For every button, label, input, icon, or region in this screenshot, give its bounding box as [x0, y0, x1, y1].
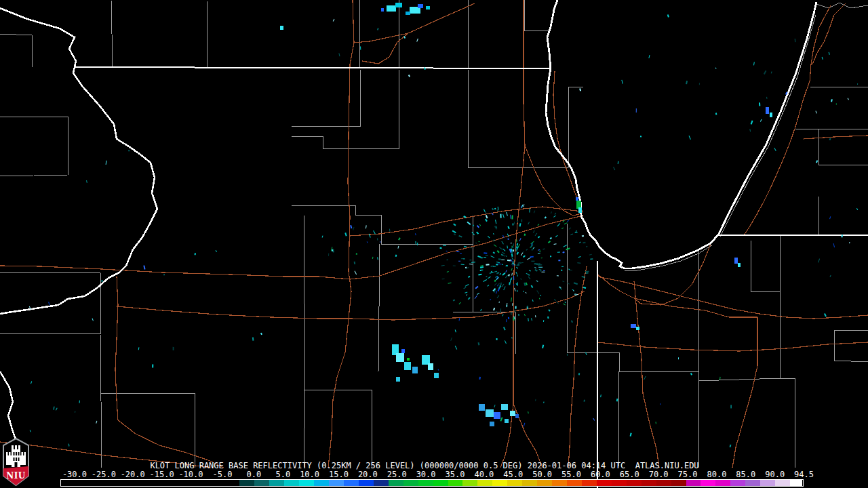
- colorbar-segment: [507, 480, 522, 486]
- radar-echo: [417, 243, 418, 245]
- radar-echo: [536, 290, 539, 294]
- colorbar-tick-label: 0.0: [235, 470, 261, 479]
- colorbar-tick-label: 40.0: [468, 470, 494, 479]
- map-line: [751, 241, 780, 291]
- radar-echo: [260, 333, 262, 336]
- radar-echo: [490, 422, 494, 426]
- map-line: [597, 342, 868, 351]
- radar-echo: [535, 399, 536, 401]
- radar-echo: [467, 222, 471, 225]
- radar-echo: [563, 303, 566, 305]
- radar-echo: [195, 253, 196, 255]
- radar-echo: [438, 369, 439, 371]
- map-line: [328, 0, 354, 468]
- radar-echo: [526, 292, 527, 293]
- radar-echo: [771, 71, 772, 73]
- radar-echo: [101, 280, 103, 282]
- radar-echo: [526, 249, 528, 251]
- map-line: [111, 0, 113, 67]
- radar-echo: [505, 270, 507, 272]
- radar-echo: [564, 302, 566, 303]
- colorbar-segment: [701, 480, 715, 486]
- radar-echo: [640, 136, 642, 137]
- radar-echo: [496, 338, 498, 340]
- colorbar-segment: [522, 480, 537, 486]
- colorbar-segment: [760, 480, 775, 486]
- radar-echo: [766, 97, 767, 99]
- map-line: [304, 216, 305, 468]
- radar-echo: [404, 362, 411, 370]
- radar-echo: [586, 246, 587, 247]
- radar-echo: [576, 230, 577, 232]
- radar-echo: [469, 260, 471, 260]
- radar-echo: [531, 285, 534, 287]
- colorbar-tick-label: 20.0: [352, 470, 378, 479]
- radar-echo: [678, 357, 679, 359]
- radar-echo: [395, 255, 397, 257]
- radar-echo: [506, 319, 507, 322]
- radar-echo: [469, 264, 473, 265]
- radar-echo: [484, 257, 486, 258]
- radar-echo: [513, 249, 515, 251]
- radar-echo: [753, 62, 755, 65]
- radar-echo: [567, 283, 570, 285]
- county-lines-layer: [0, 0, 868, 468]
- colorbar-segment: [477, 480, 492, 486]
- radar-echo: [408, 75, 410, 77]
- radar-echo: [531, 261, 534, 262]
- radar-echo: [459, 318, 460, 321]
- radar-echo: [372, 257, 374, 259]
- radar-echo: [516, 239, 517, 242]
- radar-echo: [481, 269, 483, 271]
- radar-echo: [497, 295, 500, 298]
- radar-echo: [824, 313, 827, 317]
- radar-echo: [833, 243, 835, 247]
- radar-echo: [557, 275, 559, 276]
- map-line: [513, 404, 542, 468]
- radar-echo: [631, 324, 636, 328]
- radar-echo: [636, 327, 639, 330]
- radar-echo: [567, 220, 569, 222]
- radar-echo: [56, 408, 58, 411]
- radar-echo: [454, 233, 456, 235]
- radar-echo: [613, 167, 615, 170]
- radar-echo: [54, 407, 55, 410]
- radar-echo: [173, 347, 174, 350]
- radar-echo: [542, 248, 545, 249]
- radar-echo: [478, 274, 481, 276]
- radar-echo: [543, 320, 544, 322]
- radar-echo: [856, 208, 858, 210]
- radar-echo: [532, 300, 534, 302]
- radar-echo: [447, 259, 448, 260]
- radar-echo: [848, 98, 849, 100]
- radar-echo: [499, 273, 501, 275]
- radar-echo: [395, 3, 402, 7]
- radar-echo: [528, 318, 529, 321]
- colorbar-segment: [582, 480, 597, 486]
- colorbar-segment: [730, 480, 745, 486]
- radar-echo: [815, 110, 816, 113]
- radar-echo: [505, 256, 507, 257]
- radar-echo: [550, 256, 551, 257]
- radar-echo: [484, 252, 487, 253]
- radar-echo: [460, 253, 462, 254]
- radar-echo: [540, 270, 541, 271]
- radar-echo: [30, 430, 31, 432]
- radar-echo: [831, 99, 833, 102]
- radar-echo: [523, 291, 524, 292]
- radar-echo: [857, 83, 858, 85]
- radar-echo: [502, 272, 505, 276]
- radar-echo: [475, 296, 477, 299]
- colorbar-segment: [686, 480, 701, 486]
- map-line: [618, 371, 619, 468]
- radar-echo: [508, 317, 509, 319]
- radar-echo: [497, 250, 500, 253]
- radar-echo: [795, 39, 795, 42]
- radar-echo: [450, 338, 452, 341]
- radar-echo: [515, 272, 517, 274]
- radar-echo: [517, 251, 519, 254]
- radar-echo: [505, 340, 507, 344]
- radar-echo: [548, 241, 551, 243]
- radar-echo: [401, 349, 405, 353]
- radar-echo: [505, 419, 509, 423]
